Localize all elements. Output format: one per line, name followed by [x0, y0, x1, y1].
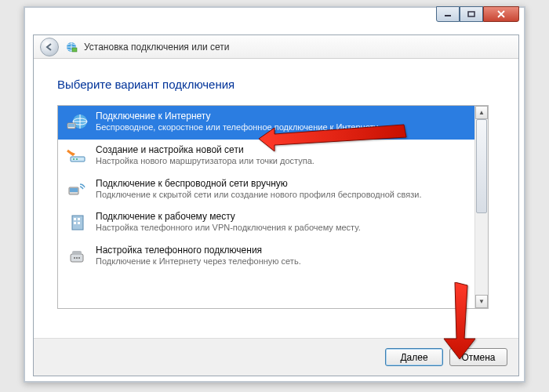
- options-container: Подключение к Интернету Беспроводное, ск…: [58, 106, 474, 308]
- network-icon: [65, 41, 78, 53]
- window-frame: Установка подключения или сети Выберите …: [24, 6, 525, 383]
- svg-point-21: [74, 257, 75, 259]
- svg-rect-17: [74, 222, 76, 224]
- option-title: Подключение к рабочему месту: [96, 211, 467, 223]
- option-title: Создание и настройка новой сети: [96, 144, 467, 156]
- option-title: Настройка телефонного подключения: [96, 245, 467, 256]
- svg-rect-13: [70, 188, 78, 192]
- phone-icon: [66, 246, 88, 265]
- building-icon: [66, 212, 88, 231]
- wireless-icon: [66, 180, 88, 198]
- scroll-up-button[interactable]: ▲: [475, 106, 488, 119]
- next-button[interactable]: Далее: [385, 348, 443, 366]
- option-wireless-manual[interactable]: Подключение к беспроводной сети вручную …: [58, 173, 474, 207]
- scroll-thumb[interactable]: [476, 119, 487, 213]
- svg-point-23: [78, 257, 80, 259]
- options-listbox: Подключение к Интернету Беспроводное, ск…: [57, 105, 489, 309]
- option-desc: Беспроводное, скоростное или телефонное …: [96, 122, 467, 133]
- svg-rect-0: [445, 15, 451, 16]
- option-new-network[interactable]: Создание и настройка новой сети Настройк…: [58, 140, 474, 173]
- minimize-button[interactable]: [436, 6, 460, 22]
- maximize-button[interactable]: [460, 6, 483, 22]
- wizard-header: Установка подключения или сети: [34, 35, 518, 59]
- svg-point-10: [76, 158, 78, 160]
- scrollbar[interactable]: ▲ ▼: [474, 106, 488, 308]
- option-desc: Настройка телефонного или VPN-подключени…: [96, 223, 467, 234]
- option-internet[interactable]: Подключение к Интернету Беспроводное, ск…: [58, 106, 474, 140]
- wizard-footer: Далее Отмена: [34, 338, 518, 376]
- svg-point-9: [73, 158, 75, 160]
- scroll-down-button[interactable]: ▼: [475, 295, 488, 308]
- wizard-body: Выберите вариант подключения Подключение…: [34, 59, 518, 309]
- option-title: Подключение к Интернету: [96, 111, 467, 122]
- option-dialup[interactable]: Настройка телефонного подключения Подклю…: [58, 240, 474, 274]
- svg-rect-7: [68, 124, 75, 127]
- cancel-button[interactable]: Отмена: [449, 348, 507, 366]
- svg-rect-16: [78, 218, 80, 220]
- option-desc: Подключение к Интернету через телефонную…: [96, 256, 467, 267]
- option-workplace[interactable]: Подключение к рабочему месту Настройка т…: [58, 206, 474, 240]
- wizard-dialog: Установка подключения или сети Выберите …: [33, 34, 519, 376]
- back-button[interactable]: [40, 38, 59, 56]
- svg-rect-1: [468, 12, 474, 16]
- titlebar-buttons: [436, 6, 519, 22]
- svg-rect-15: [74, 218, 76, 220]
- close-button[interactable]: [483, 6, 519, 22]
- svg-rect-20: [72, 251, 82, 255]
- option-desc: Настройка нового маршрутизатора или точк…: [96, 156, 467, 167]
- option-desc: Подключение к скрытой сети или создание …: [96, 190, 467, 201]
- wizard-title: Установка подключения или сети: [84, 42, 229, 53]
- router-icon: [66, 146, 88, 165]
- option-title: Подключение к беспроводной сети вручную: [96, 178, 467, 190]
- svg-point-22: [76, 257, 78, 259]
- globe-icon: [66, 112, 88, 131]
- page-title: Выберите вариант подключения: [57, 78, 495, 91]
- svg-rect-3: [72, 48, 77, 52]
- svg-rect-18: [78, 222, 80, 224]
